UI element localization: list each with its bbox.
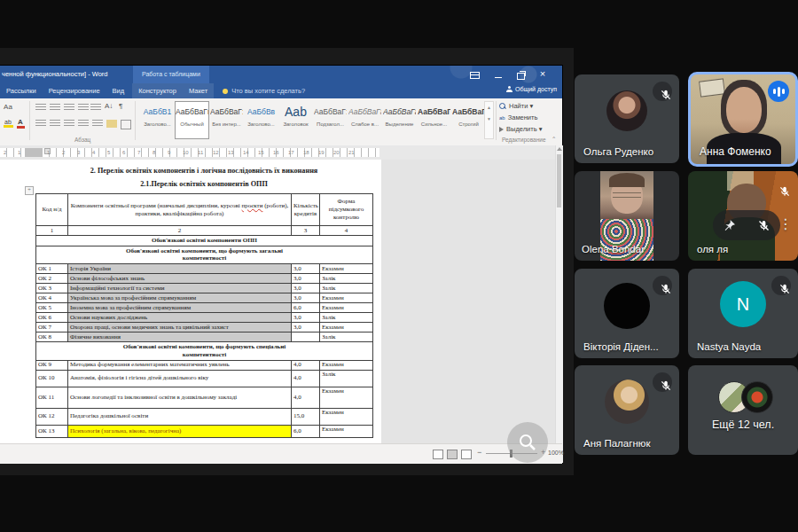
style-card[interactable]: АаБбВвЗаголово... [244,101,278,139]
more-options-icon[interactable]: ⋮ [778,215,793,232]
speaking-indicator-icon [768,81,789,102]
align-center-icon[interactable] [50,120,60,128]
select-button[interactable]: Выделить ▾ [499,124,542,134]
zoom-level[interactable]: 100% [548,450,564,456]
tile-hover-controls [713,210,780,240]
editing-group-label: Редактирование [502,137,546,143]
table-row: ОК 10Анатомія, фізіологія і гігієна діте… [36,370,373,387]
table-row: ОК 5Іноземна мова за професійним спрямув… [36,303,373,313]
vertical-scrollbar[interactable] [555,145,563,463]
table-row: ОК 4Українська мова за професійним спрям… [36,293,373,303]
participant-tile-olga-rudenko[interactable]: Ольга Руденко [575,74,679,163]
style-card[interactable]: АаБбВаГг,Строгий [451,101,486,139]
word-window: ченной функциональности] - Word Работа с… [0,66,562,463]
picture-frame [699,78,725,97]
window-title: ченной функциональности] - Word [2,70,108,78]
participant-tile-anya-palagnyuk[interactable]: Аня Палагнюк [575,365,679,455]
styles-gallery-scroll[interactable]: ▲▼ [484,101,494,139]
glasses [613,192,641,198]
text-highlight-icon[interactable]: ab [4,119,12,125]
multilevel-list-icon[interactable] [64,104,74,112]
search-icon [499,103,506,110]
screen-share-region: ченной функциональности] - Word Работа с… [0,48,574,475]
header-code: Код н/д [36,194,68,226]
justify-icon[interactable] [78,120,89,128]
ribbon: Аа ab А А↓ ¶ Абзац АаБбВ [0,98,562,146]
style-card[interactable]: АаБбВаГ:Без интер... [209,101,244,139]
ribbon-tab[interactable]: Вид [106,87,131,95]
ribbon-context-tabs: КонструкторМакет [132,83,214,98]
replace-button[interactable]: ab Заменить [499,113,537,122]
increase-indent-icon[interactable] [90,104,101,112]
restore-button[interactable] [517,73,525,80]
line-spacing-icon[interactable] [92,120,103,128]
avatar [605,379,649,424]
number-list-icon[interactable] [50,104,60,112]
share-button[interactable]: Общий доступ [506,86,557,92]
magnifier-overlay[interactable] [507,422,548,463]
style-card[interactable]: AabЗаголовок [278,101,313,139]
select-arrow-icon [499,127,504,132]
tell-me-box[interactable]: Что вы хотите сделать? [223,87,305,95]
shading-icon[interactable] [106,120,117,128]
read-mode-icon[interactable] [433,450,443,459]
find-button[interactable]: Найти ▾ [499,101,533,111]
style-card[interactable]: АаБбВаГг,Обычный [175,101,209,139]
person-icon [506,86,512,92]
style-card[interactable]: АаБбВаГгВыделение [382,101,417,139]
spellcheck-underline: проєкти [242,202,263,209]
overflow-avatar-2 [741,381,773,413]
screenshot-root: ченной функциональности] - Word Работа с… [0,0,798,532]
participant-overflow-tile[interactable]: Ещё 12 чел. [688,365,798,455]
participant-name: Анна Фоменко [700,145,771,158]
change-case-icon[interactable]: Аа [4,103,12,111]
doc-heading-2: 2.1.Перелік освітніх компонентів ОПП [0,180,381,188]
zoom-out-button[interactable]: − [477,448,481,457]
table-row: ОК 2Основи філософських знань3,0Залік [36,274,373,284]
scrollbar-thumb[interactable] [557,154,561,207]
table-move-handle[interactable]: + [25,186,34,195]
doc-heading-1: 2. Перелік освітніх компонентів і логічн… [0,167,381,175]
document-page[interactable]: 2. Перелік освітніх компонентів і логічн… [0,160,381,463]
scroll-up-icon[interactable] [557,147,562,151]
pilcrow-icon[interactable]: ¶ [119,102,122,110]
word-titlebar[interactable]: ченной функциональности] - Word Работа с… [0,66,562,83]
style-card[interactable]: АаБбВаГгСильное... [417,101,451,139]
decrease-indent-icon[interactable] [78,104,89,112]
align-right-icon[interactable] [64,120,74,128]
participant-tile-anna-fomenko[interactable]: Анна Фоменко [688,72,798,167]
participant-name: Аня Палагнюк [583,438,650,449]
participant-tile-nastya-nayda[interactable]: N Nastya Nayda [688,269,798,358]
ribbon-tab[interactable]: Рассылки [0,87,43,95]
close-button[interactable]: × [536,69,550,80]
web-layout-icon[interactable] [461,450,472,459]
pin-icon[interactable] [723,218,737,232]
ribbon-tabs: РассылкиРецензированиеВид [0,87,130,95]
bullet-list-icon[interactable] [35,104,46,112]
face [726,87,762,133]
participant-name: оля ля [697,244,728,254]
ribbon-context-tab[interactable]: Конструктор [132,87,183,95]
minimize-button[interactable] [495,77,502,78]
style-card[interactable]: АаБбВаГ:Подзагол... [313,101,348,139]
participant-tile-olya-lya[interactable]: ⋮ оля ля [688,171,798,261]
ribbon-context-tab[interactable]: Макет [183,87,214,95]
horizontal-ruler[interactable]: 21 123456789101112131415161718192021 [0,145,555,160]
borders-icon[interactable] [121,120,131,129]
participant-tile-olena-bondar[interactable]: Olena Bondar [575,171,679,261]
style-card[interactable]: АаБбВ1Заголово... [140,101,175,139]
ribbon-display-options-icon[interactable] [470,72,480,79]
font-color-icon[interactable]: А [18,118,23,126]
style-card[interactable]: АаБбВаГгСлабое в... [348,101,382,139]
table-row: ОК 1Історія України3,0Екзамен [36,264,373,274]
sort-icon[interactable]: А↓ [105,102,113,110]
participant-tile-viktoria[interactable]: Вікторія Діден... [575,269,679,358]
ribbon-tab[interactable]: Рецензирование [43,87,106,95]
collapse-ribbon-icon[interactable]: ⌃ [552,136,556,143]
print-layout-icon[interactable] [447,450,458,459]
align-left-icon[interactable] [35,120,46,128]
components-table: Код н/д Компоненти освітньої програми (н… [35,193,373,438]
header-control: Форма підсумкового контролю [320,194,373,226]
paragraph-group-label: Абзац [74,137,90,143]
mic-muted-icon[interactable] [757,219,771,232]
